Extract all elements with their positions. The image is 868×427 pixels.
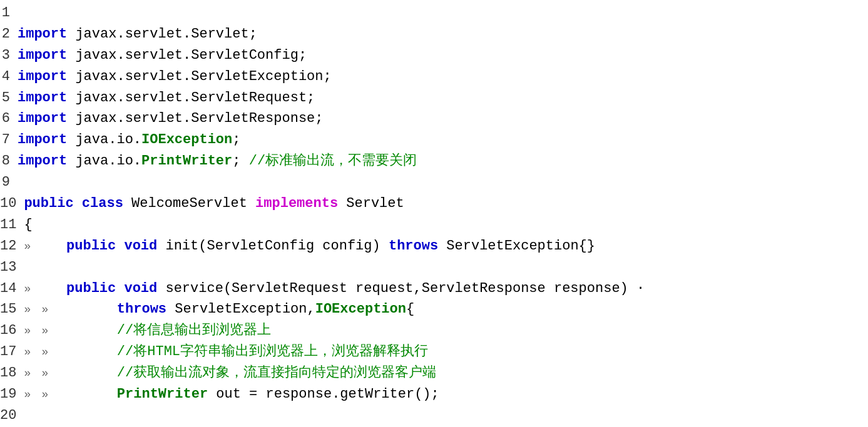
line-number-15: 15	[0, 299, 24, 319]
keyword-import: import	[18, 46, 67, 66]
keyword-void: void	[124, 279, 157, 299]
keyword-public: public	[24, 194, 73, 214]
keyword-void: void	[124, 236, 157, 256]
line-number-16: 16	[0, 321, 24, 341]
code-editor: 1 2 import javax.servlet.Servlet; 3 impo…	[0, 0, 868, 427]
line-number-8: 8	[0, 151, 18, 171]
line-number-4: 4	[0, 67, 18, 87]
code-line-14: 14 » public void service(ServletRequest …	[0, 278, 868, 299]
code-line-20: 20	[0, 405, 868, 426]
code-line-1: 1	[0, 3, 868, 24]
keyword-import: import	[18, 151, 67, 171]
arrow-expand-14[interactable]: »	[24, 281, 31, 297]
line-content-15: » » throws ServletException,IOException{	[24, 299, 414, 319]
line-content-3: import javax.servlet.ServletConfig;	[18, 46, 307, 66]
line-number-19: 19	[0, 384, 24, 404]
arrow-expand-15a[interactable]: »	[24, 301, 31, 318]
code-line-17: 17 » » //将HTML字符串输出到浏览器上，浏览器解释执行	[0, 341, 868, 363]
line-number-10: 10	[0, 194, 24, 214]
line-number-17: 17	[0, 342, 24, 362]
line-number-14: 14	[0, 279, 24, 299]
code-line-11: 11 {	[0, 214, 868, 236]
line-number-5: 5	[0, 88, 18, 108]
arrow-expand-16a[interactable]: »	[24, 323, 31, 339]
line-number-11: 11	[0, 215, 24, 235]
line-content-11: {	[24, 215, 32, 235]
line-number-6: 6	[0, 109, 18, 129]
code-line-3: 3 import javax.servlet.ServletConfig;	[0, 45, 868, 66]
keyword-import: import	[18, 67, 67, 87]
code-line-15: 15 » » throws ServletException,IOExcepti…	[0, 299, 868, 320]
class-printwriter: PrintWriter	[141, 151, 232, 171]
code-line-6: 6 import javax.servlet.ServletResponse;	[0, 108, 868, 129]
keyword-public: public	[66, 236, 116, 256]
line-content-6: import javax.servlet.ServletResponse;	[18, 109, 324, 129]
code-line-2: 2 import javax.servlet.Servlet;	[0, 24, 868, 45]
line-number-1: 1	[0, 3, 18, 23]
line-number-9: 9	[0, 173, 18, 193]
code-line-8: 8 import java.io.PrintWriter; //标准输出流，不需…	[0, 151, 868, 172]
line-content-17: » » //将HTML字符串输出到浏览器上，浏览器解释执行	[24, 342, 428, 362]
keyword-import: import	[18, 88, 67, 108]
line-content-5: import javax.servlet.ServletRequest;	[18, 88, 315, 108]
code-line-16: 16 » » //将信息输出到浏览器上	[0, 320, 868, 341]
arrow-expand-15b[interactable]: »	[41, 301, 48, 318]
keyword-import: import	[18, 24, 67, 44]
line-content-14: » public void service(ServletRequest req…	[24, 279, 645, 299]
comment-line16: //将信息输出到浏览器上	[117, 321, 271, 341]
code-line-5: 5 import javax.servlet.ServletRequest;	[0, 88, 868, 109]
line-number-18: 18	[0, 363, 24, 383]
line-number-7: 7	[0, 130, 18, 150]
line-content-2: import javax.servlet.Servlet;	[18, 24, 257, 44]
keyword-implements: implements	[255, 194, 338, 214]
code-line-18: 18 » » //获取输出流对象，流直接指向特定的浏览器客户端	[0, 363, 868, 384]
line-content-18: » » //获取输出流对象，流直接指向特定的浏览器客户端	[24, 363, 436, 383]
code-line-19: 19 » » PrintWriter out = response.getWri…	[0, 384, 868, 405]
code-line-12: 12 » public void init(ServletConfig conf…	[0, 236, 868, 257]
keyword-class: class	[82, 194, 123, 214]
line-content-12: » public void init(ServletConfig config)…	[24, 236, 595, 256]
code-line-7: 7 import java.io.IOException;	[0, 129, 868, 151]
line-content-7: import java.io.IOException;	[18, 130, 240, 150]
line-number-12: 12	[0, 236, 24, 256]
code-line-13: 13	[0, 257, 868, 278]
code-line-9: 9	[0, 172, 868, 193]
arrow-expand-17b[interactable]: »	[41, 344, 48, 360]
line-number-3: 3	[0, 46, 18, 66]
line-content-4: import javax.servlet.ServletException;	[18, 67, 332, 87]
class-ioexception-2: IOException	[315, 299, 406, 319]
keyword-public: public	[66, 279, 116, 299]
code-line-10: 10 public class WelcomeServlet implement…	[0, 193, 868, 214]
arrow-expand-19b[interactable]: »	[41, 386, 48, 403]
comment-line8: //标准输出流，不需要关闭	[249, 151, 417, 171]
line-content-19: » » PrintWriter out = response.getWriter…	[24, 384, 439, 404]
arrow-expand-12[interactable]: »	[24, 238, 31, 254]
class-printwriter-2: PrintWriter	[117, 384, 208, 404]
keyword-import: import	[18, 130, 67, 150]
code-line-4: 4 import javax.servlet.ServletException;	[0, 66, 868, 88]
keyword-throws: throws	[117, 299, 166, 319]
comment-line18: //获取输出流对象，流直接指向特定的浏览器客户端	[117, 363, 436, 383]
keyword-import: import	[18, 109, 67, 129]
arrow-expand-19a[interactable]: »	[24, 386, 31, 403]
keyword-throws: throws	[389, 236, 438, 256]
class-ioexception: IOException	[141, 130, 232, 150]
line-content-8: import java.io.PrintWriter; //标准输出流，不需要关…	[18, 151, 417, 171]
line-content-10: public class WelcomeServlet implements S…	[24, 194, 404, 214]
comment-line17: //将HTML字符串输出到浏览器上，浏览器解释执行	[117, 342, 428, 362]
line-number-20: 20	[0, 406, 24, 426]
line-number-13: 13	[0, 258, 24, 278]
line-number-2: 2	[0, 24, 18, 44]
arrow-expand-16b[interactable]: »	[41, 323, 48, 339]
arrow-expand-17a[interactable]: »	[24, 344, 31, 360]
arrow-expand-18a[interactable]: »	[24, 365, 31, 381]
arrow-expand-18b[interactable]: »	[41, 365, 48, 381]
line-content-16: » » //将信息输出到浏览器上	[24, 321, 271, 341]
